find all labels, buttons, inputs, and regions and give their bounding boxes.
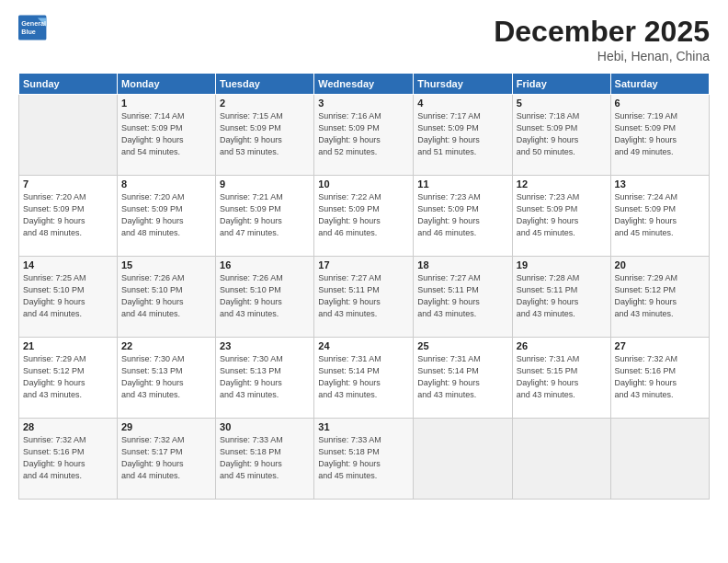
day-cell: 23Sunrise: 7:30 AMSunset: 5:13 PMDayligh…	[216, 338, 314, 419]
day-cell: 20Sunrise: 7:29 AMSunset: 5:12 PMDayligh…	[610, 257, 709, 338]
day-cell: 2Sunrise: 7:15 AMSunset: 5:09 PMDaylight…	[216, 95, 314, 176]
day-cell: 21Sunrise: 7:29 AMSunset: 5:12 PMDayligh…	[19, 338, 118, 419]
day-info: Sunrise: 7:26 AMSunset: 5:10 PMDaylight:…	[220, 272, 310, 320]
day-info: Sunrise: 7:15 AMSunset: 5:09 PMDaylight:…	[220, 110, 310, 158]
day-cell	[414, 419, 512, 500]
day-cell: 14Sunrise: 7:25 AMSunset: 5:10 PMDayligh…	[19, 257, 118, 338]
day-cell: 18Sunrise: 7:27 AMSunset: 5:11 PMDayligh…	[414, 257, 512, 338]
day-cell: 9Sunrise: 7:21 AMSunset: 5:09 PMDaylight…	[216, 176, 314, 257]
day-info: Sunrise: 7:17 AMSunset: 5:09 PMDaylight:…	[417, 110, 507, 158]
day-number: 23	[220, 340, 310, 351]
day-number: 16	[220, 259, 310, 270]
day-cell: 26Sunrise: 7:31 AMSunset: 5:15 PMDayligh…	[512, 338, 610, 419]
day-number: 2	[220, 98, 310, 109]
week-row-2: 14Sunrise: 7:25 AMSunset: 5:10 PMDayligh…	[19, 257, 710, 338]
day-cell: 4Sunrise: 7:17 AMSunset: 5:09 PMDaylight…	[414, 95, 512, 176]
day-info: Sunrise: 7:31 AMSunset: 5:14 PMDaylight:…	[417, 353, 507, 401]
day-info: Sunrise: 7:27 AMSunset: 5:11 PMDaylight:…	[318, 272, 409, 320]
day-cell: 24Sunrise: 7:31 AMSunset: 5:14 PMDayligh…	[314, 338, 414, 419]
day-cell	[512, 419, 610, 500]
day-info: Sunrise: 7:19 AMSunset: 5:09 PMDaylight:…	[615, 110, 705, 158]
page: General Blue December 2025 Hebi, Henan, …	[0, 0, 728, 563]
day-info: Sunrise: 7:22 AMSunset: 5:09 PMDaylight:…	[318, 191, 409, 239]
day-info: Sunrise: 7:26 AMSunset: 5:10 PMDaylight:…	[121, 272, 211, 320]
day-cell: 15Sunrise: 7:26 AMSunset: 5:10 PMDayligh…	[118, 257, 216, 338]
calendar-header-sunday: Sunday	[19, 74, 118, 95]
day-cell: 30Sunrise: 7:33 AMSunset: 5:18 PMDayligh…	[216, 419, 314, 500]
day-info: Sunrise: 7:16 AMSunset: 5:09 PMDaylight:…	[318, 110, 409, 158]
day-number: 14	[23, 259, 113, 270]
day-info: Sunrise: 7:32 AMSunset: 5:17 PMDaylight:…	[121, 434, 211, 482]
day-number: 28	[23, 421, 113, 432]
svg-text:Blue: Blue	[21, 28, 36, 36]
day-cell: 8Sunrise: 7:20 AMSunset: 5:09 PMDaylight…	[118, 176, 216, 257]
day-number: 31	[318, 421, 409, 432]
day-info: Sunrise: 7:29 AMSunset: 5:12 PMDaylight:…	[615, 272, 705, 320]
day-info: Sunrise: 7:21 AMSunset: 5:09 PMDaylight:…	[220, 191, 310, 239]
calendar-header-monday: Monday	[118, 74, 216, 95]
day-cell: 16Sunrise: 7:26 AMSunset: 5:10 PMDayligh…	[216, 257, 314, 338]
day-cell: 29Sunrise: 7:32 AMSunset: 5:17 PMDayligh…	[118, 419, 216, 500]
day-number: 3	[318, 98, 409, 109]
day-number: 8	[121, 178, 211, 190]
subtitle: Hebi, Henan, China	[494, 49, 710, 63]
day-number: 4	[417, 98, 507, 109]
day-cell: 28Sunrise: 7:32 AMSunset: 5:16 PMDayligh…	[19, 419, 118, 500]
day-cell: 12Sunrise: 7:23 AMSunset: 5:09 PMDayligh…	[512, 176, 610, 257]
day-info: Sunrise: 7:31 AMSunset: 5:14 PMDaylight:…	[318, 353, 409, 401]
day-number: 6	[615, 98, 705, 109]
calendar-header-saturday: Saturday	[610, 74, 709, 95]
logo-icon: General Blue	[18, 15, 48, 40]
day-cell: 19Sunrise: 7:28 AMSunset: 5:11 PMDayligh…	[512, 257, 610, 338]
day-info: Sunrise: 7:27 AMSunset: 5:11 PMDaylight:…	[417, 272, 507, 320]
day-number: 11	[417, 178, 507, 190]
week-row-0: 1Sunrise: 7:14 AMSunset: 5:09 PMDaylight…	[19, 95, 710, 176]
day-cell: 17Sunrise: 7:27 AMSunset: 5:11 PMDayligh…	[314, 257, 414, 338]
day-info: Sunrise: 7:32 AMSunset: 5:16 PMDaylight:…	[23, 434, 113, 482]
day-cell: 3Sunrise: 7:16 AMSunset: 5:09 PMDaylight…	[314, 95, 414, 176]
svg-text:General: General	[21, 19, 46, 28]
day-info: Sunrise: 7:33 AMSunset: 5:18 PMDaylight:…	[318, 434, 409, 482]
header: General Blue December 2025 Hebi, Henan, …	[18, 15, 710, 63]
day-number: 1	[121, 98, 211, 109]
day-cell: 10Sunrise: 7:22 AMSunset: 5:09 PMDayligh…	[314, 176, 414, 257]
calendar-header-wednesday: Wednesday	[314, 74, 414, 95]
day-number: 12	[517, 178, 607, 190]
calendar-header-friday: Friday	[512, 74, 610, 95]
day-info: Sunrise: 7:20 AMSunset: 5:09 PMDaylight:…	[23, 191, 113, 239]
day-number: 10	[318, 178, 409, 190]
day-info: Sunrise: 7:32 AMSunset: 5:16 PMDaylight:…	[615, 353, 705, 401]
day-info: Sunrise: 7:24 AMSunset: 5:09 PMDaylight:…	[615, 191, 705, 239]
day-number: 9	[220, 178, 310, 190]
day-number: 19	[517, 259, 607, 270]
day-info: Sunrise: 7:18 AMSunset: 5:09 PMDaylight:…	[517, 110, 607, 158]
day-number: 22	[121, 340, 211, 351]
day-number: 5	[517, 98, 607, 109]
day-info: Sunrise: 7:14 AMSunset: 5:09 PMDaylight:…	[121, 110, 211, 158]
day-number: 27	[615, 340, 705, 351]
calendar-table: SundayMondayTuesdayWednesdayThursdayFrid…	[18, 73, 710, 500]
day-info: Sunrise: 7:33 AMSunset: 5:18 PMDaylight:…	[220, 434, 310, 482]
week-row-3: 21Sunrise: 7:29 AMSunset: 5:12 PMDayligh…	[19, 338, 710, 419]
day-info: Sunrise: 7:28 AMSunset: 5:11 PMDaylight:…	[517, 272, 607, 320]
day-number: 18	[417, 259, 507, 270]
day-info: Sunrise: 7:31 AMSunset: 5:15 PMDaylight:…	[517, 353, 607, 401]
day-info: Sunrise: 7:29 AMSunset: 5:12 PMDaylight:…	[23, 353, 113, 401]
week-row-1: 7Sunrise: 7:20 AMSunset: 5:09 PMDaylight…	[19, 176, 710, 257]
day-number: 7	[23, 178, 113, 190]
logo: General Blue	[18, 15, 48, 40]
day-info: Sunrise: 7:20 AMSunset: 5:09 PMDaylight:…	[121, 191, 211, 239]
day-cell: 31Sunrise: 7:33 AMSunset: 5:18 PMDayligh…	[314, 419, 414, 500]
day-info: Sunrise: 7:23 AMSunset: 5:09 PMDaylight:…	[417, 191, 507, 239]
day-cell: 6Sunrise: 7:19 AMSunset: 5:09 PMDaylight…	[610, 95, 709, 176]
calendar-header-thursday: Thursday	[414, 74, 512, 95]
day-cell: 22Sunrise: 7:30 AMSunset: 5:13 PMDayligh…	[118, 338, 216, 419]
day-number: 15	[121, 259, 211, 270]
day-number: 21	[23, 340, 113, 351]
day-number: 13	[615, 178, 705, 190]
day-number: 25	[417, 340, 507, 351]
day-info: Sunrise: 7:23 AMSunset: 5:09 PMDaylight:…	[517, 191, 607, 239]
day-cell: 25Sunrise: 7:31 AMSunset: 5:14 PMDayligh…	[414, 338, 512, 419]
day-number: 26	[517, 340, 607, 351]
day-cell: 11Sunrise: 7:23 AMSunset: 5:09 PMDayligh…	[414, 176, 512, 257]
